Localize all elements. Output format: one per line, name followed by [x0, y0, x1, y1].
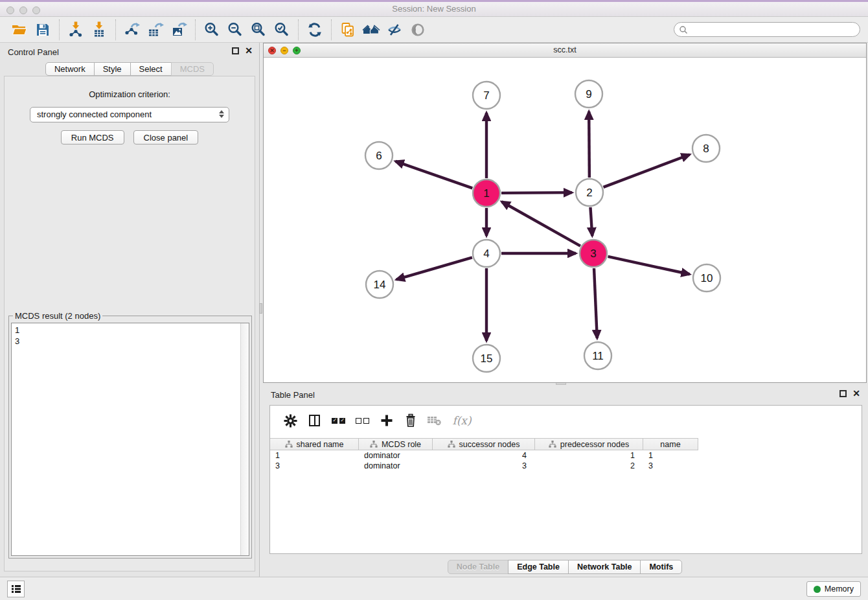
edge-3-10[interactable] — [608, 257, 689, 274]
table-settings-button[interactable] — [279, 411, 303, 430]
network-minimize-button[interactable]: − — [280, 47, 288, 54]
node-9[interactable]: 9 — [575, 80, 602, 108]
node-15[interactable]: 15 — [473, 345, 500, 372]
node-label: 4 — [483, 248, 489, 260]
zoom-out-icon — [227, 21, 244, 38]
close-panel-icon[interactable]: ✕ — [245, 47, 253, 54]
edge-3-1[interactable] — [502, 202, 580, 246]
tab-mcds[interactable]: MCDS — [171, 62, 214, 76]
zoom-selected-icon — [273, 21, 290, 38]
window-close-button[interactable] — [6, 6, 14, 14]
table-row[interactable]: 3dominator323 — [270, 461, 862, 471]
edge-4-14[interactable] — [396, 257, 472, 279]
network-canvas[interactable]: 1234678910111415 — [264, 58, 866, 382]
network-graph: 1234678910111415 — [264, 58, 866, 382]
close-table-panel-icon[interactable]: ✕ — [852, 390, 860, 397]
edge-2-8[interactable] — [604, 155, 690, 187]
tab-network-table[interactable]: Network Table — [568, 560, 641, 574]
mcds-result-title: MCDS result (2 nodes) — [13, 311, 102, 321]
column-header-name[interactable]: name — [643, 438, 698, 450]
home-button[interactable] — [360, 19, 383, 40]
window-minimize-button[interactable] — [19, 6, 27, 14]
search-field[interactable] — [674, 22, 860, 37]
mcds-result-scrollbar[interactable] — [240, 323, 249, 555]
zoom-fit-button[interactable] — [247, 19, 270, 40]
node-8[interactable]: 8 — [692, 135, 720, 162]
float-table-panel-icon[interactable] — [839, 390, 847, 397]
edge-2-3[interactable] — [590, 207, 592, 236]
close-panel-button[interactable]: Close panel — [133, 130, 199, 144]
memory-button[interactable]: Memory — [806, 581, 861, 597]
zoom-selected-button[interactable] — [270, 19, 293, 40]
export-table-icon — [147, 21, 164, 38]
tab-select[interactable]: Select — [130, 62, 172, 76]
clone-network-button[interactable] — [336, 19, 360, 40]
node-11[interactable]: 11 — [584, 342, 611, 369]
delete-table-icon — [427, 414, 442, 427]
node-label: 6 — [376, 150, 382, 162]
node-6[interactable]: 6 — [365, 142, 393, 169]
vertical-split-handle[interactable] — [259, 303, 262, 314]
open-session-button[interactable] — [8, 19, 31, 40]
node-3[interactable]: 3 — [580, 240, 607, 267]
node-10[interactable]: 10 — [693, 264, 720, 292]
node-2[interactable]: 2 — [576, 179, 603, 206]
optimization-criterion-select[interactable]: strongly connected component — [30, 107, 229, 122]
hide-selected-button[interactable] — [383, 19, 406, 40]
column-header-shared-name[interactable]: shared name — [270, 438, 359, 450]
tab-edge-table[interactable]: Edge Table — [508, 560, 569, 574]
column-header-mcds-role[interactable]: MCDS role — [359, 438, 433, 450]
select-all-button[interactable] — [326, 411, 350, 430]
refresh-button[interactable] — [303, 19, 326, 40]
tab-style[interactable]: Style — [94, 62, 131, 76]
node-label: 7 — [483, 89, 489, 102]
node-7[interactable]: 7 — [473, 82, 500, 109]
table-cell: 3 — [270, 461, 359, 471]
column-header-label: MCDS role — [382, 440, 421, 449]
eye-slash-icon — [386, 21, 403, 38]
export-image-button[interactable] — [167, 19, 190, 40]
float-panel-icon[interactable] — [232, 47, 239, 54]
delete-table-button[interactable] — [422, 411, 446, 430]
column-header-predecessor-nodes[interactable]: predecessor nodes — [535, 438, 643, 450]
mcds-result-text[interactable]: 1 3 — [15, 325, 238, 554]
export-network-button[interactable] — [120, 19, 144, 40]
network-close-button[interactable]: ✕ — [268, 47, 276, 54]
function-builder-button[interactable]: f(x) — [446, 411, 477, 430]
node-14[interactable]: 14 — [366, 271, 393, 298]
edge-2-9[interactable] — [589, 111, 589, 178]
table-panel: Table Panel ✕ — [263, 386, 867, 577]
run-mcds-button[interactable]: Run MCDS — [61, 130, 124, 144]
delete-column-button[interactable] — [398, 411, 422, 430]
edge-1-6[interactable] — [395, 161, 472, 189]
table-split-view-button[interactable] — [303, 411, 326, 430]
tab-motifs[interactable]: Motifs — [640, 560, 682, 574]
deselect-all-button[interactable] — [350, 411, 374, 430]
show-all-button[interactable] — [406, 19, 429, 40]
network-window-titlebar[interactable]: ✕ − + scc.txt — [264, 43, 866, 58]
trash-icon — [404, 413, 417, 428]
node-1[interactable]: 1 — [473, 179, 500, 207]
table-row[interactable]: 1dominator411 — [270, 450, 862, 461]
edge-1-2[interactable] — [501, 192, 572, 193]
zoom-in-button[interactable] — [200, 19, 223, 40]
edge-3-11[interactable] — [594, 268, 597, 338]
node-4[interactable]: 4 — [473, 240, 500, 267]
table-body: 1dominator4113dominator323 — [270, 450, 862, 471]
window-zoom-button[interactable] — [32, 6, 40, 14]
network-maximize-button[interactable]: + — [293, 47, 301, 54]
select-spinner-icon — [219, 110, 224, 118]
column-header-label: successor nodes — [459, 440, 520, 449]
import-network-button[interactable] — [64, 19, 87, 40]
export-table-button[interactable] — [144, 19, 167, 40]
search-input[interactable] — [688, 23, 860, 36]
tab-network[interactable]: Network — [45, 62, 95, 76]
show-panels-button[interactable] — [7, 581, 25, 597]
plus-icon — [380, 414, 393, 427]
column-header-successor-nodes[interactable]: successor nodes — [433, 438, 535, 450]
import-table-button[interactable] — [87, 19, 111, 40]
add-column-button[interactable] — [374, 411, 398, 430]
zoom-out-button[interactable] — [223, 19, 247, 40]
save-session-button[interactable] — [31, 19, 54, 40]
tab-node-table[interactable]: Node Table — [448, 560, 508, 574]
